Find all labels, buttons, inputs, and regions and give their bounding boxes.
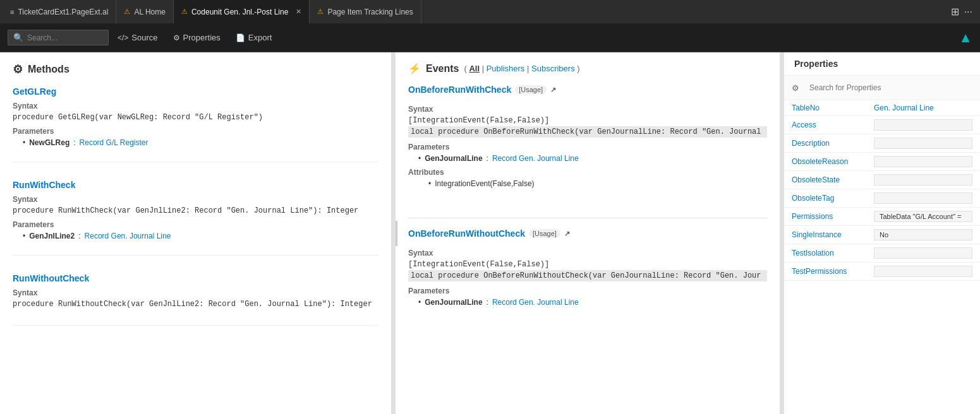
event-syntax-1: [IntegrationEvent(False,False)] local pr… [408,260,767,281]
event-block-onbeforerunwithoutcheck: OnBeforeRunWithoutCheck [Usage] ↗ Syntax… [408,228,767,321]
param-link-1-0[interactable]: Record Gen. Journal Line [85,232,171,240]
parameters-label-1: Parameters [13,220,378,229]
tab-label: AL Home [134,8,166,16]
properties-search-bar: ⚙ [784,76,980,100]
property-name-5[interactable]: ObsoleteTag [784,189,866,208]
event-badge-0[interactable]: [Usage] [515,85,547,94]
event-name-1[interactable]: OnBeforeRunWithoutCheck [Usage] ↗ [408,228,570,239]
attr-item: • IntegrationEvent(False,False) [428,179,767,188]
event-name-0[interactable]: OnBeforeRunWithCheck [Usage] ↗ [408,85,556,95]
events-lightning-icon: ⚡ [408,62,421,74]
method-name-runwithcheck[interactable]: RunWithCheck [13,180,378,190]
export-button[interactable]: 📄 Export [229,30,279,45]
tab-close-button[interactable]: ✕ [296,8,301,16]
property-row: PermissionsTableData "G/L Account" = [784,208,980,226]
middle-left-bar [396,221,397,246]
source-label: Source [131,33,157,42]
property-row: Access [784,116,980,134]
property-value-8 [866,244,980,263]
events-nav-all[interactable]: All [469,64,480,73]
tab-label: Page Item Tracking Lines [327,8,413,16]
syntax-code-0: procedure GetGLReg(var NewGLReg: Record … [13,113,378,122]
property-value-2 [866,134,980,153]
event-badge-1[interactable]: [Usage] [529,229,560,238]
search-icon: 🔍 [13,33,23,42]
param-item: • NewGLReg : Record G/L Register [23,138,378,147]
event-attr-list-0: • IntegrationEvent(False,False) [418,179,767,188]
param-link-0-0[interactable]: Record G/L Register [80,138,148,147]
methods-header: ⚙ Methods [13,62,378,76]
property-value-7: No [866,226,980,244]
property-row: ObsoleteState [784,171,980,189]
event-block-onbeforerunwithcheck: OnBeforeRunWithCheck [Usage] ↗ Syntax [I… [408,85,767,203]
param-item: • GenJnlLine2 : Record Gen. Journal Line [23,232,378,240]
property-row: TestPermissions [784,263,980,281]
method-block-runwithoutcheck: RunWithoutCheck Syntax procedure RunWith… [13,273,378,326]
property-value-5 [866,189,980,208]
toolbar: 🔍 </> Source ⚙ Properties 📄 Export ▲ [0,23,980,52]
source-button[interactable]: </> Source [111,30,164,45]
search-input[interactable] [27,33,103,42]
property-name-1[interactable]: Access [784,116,866,134]
tab-label: TicketCardExt1.PageExt.al [18,8,108,16]
property-row: TestIsolation [784,244,980,263]
tab-warning-icon: ⚠ [124,8,130,16]
properties-table: TableNoGen. Journal LineAccessDescriptio… [784,100,980,281]
properties-search-input[interactable] [804,81,972,95]
event-attributes-label-0: Attributes [408,168,767,177]
properties-label: Properties [183,33,221,42]
attr-value-0-0: IntegrationEvent(False,False) [435,179,534,188]
property-name-7[interactable]: SingleInstance [784,226,866,244]
method-name-getglreg[interactable]: GetGLReg [13,86,378,97]
syntax-label-2: Syntax [13,288,378,297]
event-separator [408,218,767,218]
property-value-link-0[interactable]: Gen. Journal Line [874,104,934,112]
param-name-0-0: NewGLReg [29,138,70,147]
property-value-1 [866,116,980,134]
property-name-3[interactable]: ObsoleteReason [784,153,866,171]
tab-ticketcardext[interactable]: ≡ TicketCardExt1.PageExt.al [3,0,116,23]
property-name-2[interactable]: Description [784,134,866,153]
property-value-0: Gen. Journal Line [866,100,980,116]
methods-icon: ⚙ [13,62,23,76]
event-attributes-0: Attributes • IntegrationEvent(False,Fals… [408,168,767,188]
property-value-box-4 [874,174,972,186]
property-name-9[interactable]: TestPermissions [784,263,866,281]
properties-button[interactable]: ⚙ Properties [167,30,227,45]
property-name-8[interactable]: TestIsolation [784,244,866,263]
split-editor-icon[interactable]: ⊞ [951,6,959,18]
event-syntax-label-1: Syntax [408,249,767,257]
event-param-link-1-0[interactable]: Record Gen. Journal Line [492,298,579,307]
property-row: TableNoGen. Journal Line [784,100,980,116]
event-external-icon-0[interactable]: ↗ [550,86,556,94]
property-row: ObsoleteReason [784,153,980,171]
event-name-text-0: OnBeforeRunWithCheck [408,85,511,95]
property-name-0[interactable]: TableNo [784,100,866,116]
property-value-box-2 [874,138,972,149]
events-nav-subscribers[interactable]: Subscribers [531,64,575,73]
search-box[interactable]: 🔍 [8,30,109,45]
property-name-4[interactable]: ObsoleteState [784,171,866,189]
tab-codeunit[interactable]: ⚠ Codeunit Gen. Jnl.-Post Line ✕ [174,0,310,23]
left-panel: ⚙ Methods GetGLReg Syntax procedure GetG… [0,52,392,414]
method-name-runwithoutcheck[interactable]: RunWithoutCheck [13,273,378,283]
param-item: • GenJournalLine : Record Gen. Journal L… [418,154,767,163]
source-icon: </> [118,33,128,42]
more-options-icon[interactable]: ··· [964,6,972,18]
tab-warning-icon: ⚠ [181,8,188,16]
property-value-box-9 [874,266,972,277]
properties-search-icon: ⚙ [792,83,799,93]
property-value-box-5 [874,192,972,204]
param-item: • GenJournalLine : Record Gen. Journal L… [418,298,767,307]
event-external-icon-1[interactable]: ↗ [564,230,570,238]
property-value-9 [866,263,980,281]
tab-warning-icon: ⚠ [317,8,324,16]
syntax-code-1: procedure RunWithCheck(var GenJnlLine2: … [13,206,378,215]
tab-pageitemtracking[interactable]: ⚠ Page Item Tracking Lines [310,0,421,23]
event-parameters-label-0: Parameters [408,143,767,151]
property-name-6[interactable]: Permissions [784,208,866,226]
method-block-getglreg: GetGLReg Syntax procedure GetGLReg(var N… [13,86,378,162]
event-param-link-0-0[interactable]: Record Gen. Journal Line [492,154,579,163]
tab-alhome[interactable]: ⚠ AL Home [116,0,174,23]
events-nav-publishers[interactable]: Publishers [487,64,525,73]
